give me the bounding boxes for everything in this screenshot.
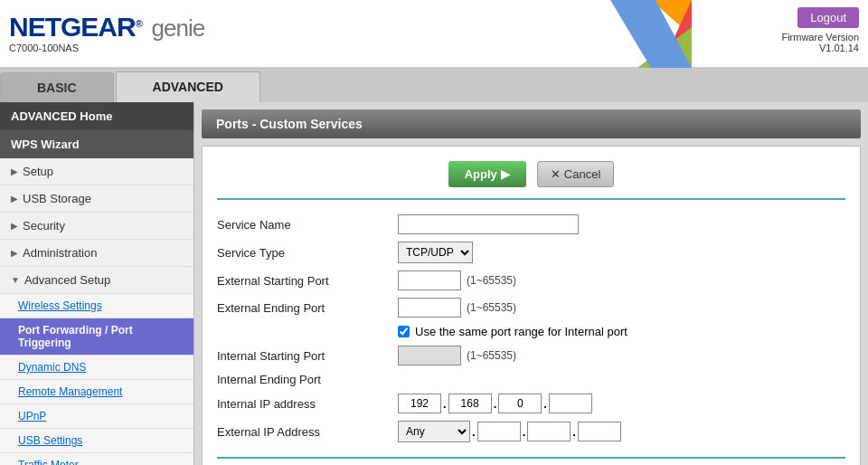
same-port-range-row: Use the same port range for Internal por… bbox=[398, 325, 845, 338]
tab-advanced[interactable]: ADVANCED bbox=[116, 71, 260, 102]
sidebar-item-upnp[interactable]: UPnP bbox=[0, 404, 193, 429]
advanced-setup-label: Advanced Setup bbox=[24, 273, 110, 287]
sidebar-item-usb-settings[interactable]: USB Settings bbox=[0, 429, 193, 453]
service-type-label: Service Type bbox=[217, 246, 398, 260]
service-type-select[interactable]: TCP/UDP TCP UDP bbox=[398, 242, 473, 263]
int-ip-field-4[interactable] bbox=[549, 394, 592, 413]
brand-name: NETGEAR bbox=[9, 12, 136, 42]
sidebar-item-traffic-meter[interactable]: Traffic Meter bbox=[0, 453, 193, 465]
sidebar-item-administration[interactable]: ▶ Administration bbox=[0, 240, 193, 267]
ip-dot-3: . bbox=[543, 397, 547, 411]
int-starting-port-hint: (1~65535) bbox=[467, 349, 516, 362]
admin-label: Administration bbox=[23, 246, 97, 260]
cancel-label: Cancel bbox=[564, 167, 600, 181]
int-starting-port-row: Internal Starting Port (1~65535) bbox=[217, 346, 845, 365]
int-ending-port-label: Internal Ending Port bbox=[217, 373, 398, 386]
ext-ip-dot-1: . bbox=[472, 425, 476, 439]
apply-label: Apply bbox=[465, 167, 497, 181]
ext-starting-port-row: External Starting Port (1~65535) bbox=[217, 270, 845, 290]
action-bar: Apply ▶ ✕ Cancel bbox=[217, 161, 845, 200]
advanced-setup-arrow: ▼ bbox=[11, 275, 20, 285]
content-body: Apply ▶ ✕ Cancel Service Name Service Ty… bbox=[202, 146, 861, 465]
ext-ip-field-2[interactable] bbox=[527, 422, 571, 441]
ext-ip-label: External IP Address bbox=[217, 425, 398, 439]
genie-label: genie bbox=[152, 14, 205, 42]
sidebar-item-port-forwarding[interactable]: Port Forwarding / Port Triggering bbox=[0, 318, 193, 356]
sidebar-item-advanced-setup[interactable]: ▼ Advanced Setup bbox=[0, 267, 193, 294]
int-ip-label: Internal IP address bbox=[217, 397, 398, 411]
setup-arrow: ▶ bbox=[11, 166, 18, 176]
usb-storage-arrow: ▶ bbox=[11, 194, 18, 204]
int-ip-field-3[interactable] bbox=[498, 394, 542, 413]
ext-ending-port-hint: (1~65535) bbox=[467, 301, 516, 314]
tab-basic[interactable]: BASIC bbox=[0, 72, 114, 102]
sidebar-item-wps-wizard[interactable]: WPS Wizard bbox=[0, 130, 193, 158]
admin-arrow: ▶ bbox=[11, 248, 18, 258]
same-port-range-label: Use the same port range for Internal por… bbox=[415, 325, 627, 338]
cancel-button[interactable]: ✕ Cancel bbox=[537, 161, 614, 187]
tab-bar: BASIC ADVANCED bbox=[0, 68, 868, 102]
header: NETGEAR® genie C7000-100NAS Logout Firmw… bbox=[0, 0, 868, 68]
ext-ip-fields: Any . . . bbox=[398, 421, 621, 442]
ext-starting-port-label: External Starting Port bbox=[217, 274, 398, 288]
cancel-icon: ✕ bbox=[551, 167, 561, 181]
int-starting-port-label: Internal Starting Port bbox=[217, 349, 398, 363]
service-name-input[interactable] bbox=[398, 214, 579, 234]
sidebar-item-dynamic-dns[interactable]: Dynamic DNS bbox=[0, 356, 193, 380]
model-number: C7000-100NAS bbox=[9, 43, 204, 53]
int-ip-fields: . . . bbox=[398, 394, 592, 413]
sidebar-item-usb-storage[interactable]: ▶ USB Storage bbox=[0, 185, 193, 213]
ext-ending-port-row: External Ending Port (1~65535) bbox=[217, 298, 845, 318]
sidebar: ADVANCED Home WPS Wizard ▶ Setup ▶ USB S… bbox=[0, 102, 194, 465]
int-ending-port-row: Internal Ending Port bbox=[217, 373, 845, 386]
ip-dot-2: . bbox=[494, 397, 497, 411]
content-area: Ports - Custom Services Apply ▶ ✕ Cancel… bbox=[194, 102, 868, 465]
sidebar-item-security[interactable]: ▶ Security bbox=[0, 213, 193, 240]
ext-ip-dot-2: . bbox=[523, 425, 526, 439]
main-layout: ADVANCED Home WPS Wizard ▶ Setup ▶ USB S… bbox=[0, 102, 868, 465]
apply-arrow-icon: ▶ bbox=[501, 167, 510, 181]
sidebar-item-setup[interactable]: ▶ Setup bbox=[0, 158, 193, 185]
logo-area: NETGEAR® genie C7000-100NAS bbox=[9, 14, 204, 53]
ext-ip-row: External IP Address Any . . . bbox=[217, 421, 845, 442]
usb-storage-label: USB Storage bbox=[23, 192, 91, 205]
ext-ip-select[interactable]: Any bbox=[398, 421, 470, 442]
header-right: Logout Firmware Version V1.01.14 bbox=[781, 7, 859, 53]
int-ip-field-2[interactable] bbox=[448, 394, 492, 413]
security-arrow: ▶ bbox=[11, 221, 18, 231]
int-starting-port-input[interactable] bbox=[398, 346, 461, 365]
ip-dot-1: . bbox=[443, 397, 447, 411]
apply-button[interactable]: Apply ▶ bbox=[448, 161, 526, 187]
service-name-label: Service Name bbox=[217, 218, 398, 232]
bottom-divider bbox=[217, 457, 845, 459]
int-ip-row: Internal IP address . . . bbox=[217, 394, 845, 413]
ext-starting-port-hint: (1~65535) bbox=[467, 274, 516, 287]
ext-ip-dot-3: . bbox=[572, 425, 576, 439]
logout-button[interactable]: Logout bbox=[797, 7, 859, 28]
security-label: Security bbox=[23, 219, 65, 232]
ext-ip-field-1[interactable] bbox=[477, 422, 521, 441]
same-port-range-checkbox[interactable] bbox=[398, 326, 410, 337]
sidebar-item-wireless-settings[interactable]: Wireless Settings bbox=[0, 294, 193, 318]
setup-label: Setup bbox=[23, 165, 53, 178]
firmware-info: Firmware Version V1.01.14 bbox=[781, 32, 859, 53]
sidebar-item-remote-management[interactable]: Remote Management bbox=[0, 380, 193, 404]
page-title: Ports - Custom Services bbox=[202, 109, 861, 138]
ext-ip-field-3[interactable] bbox=[578, 422, 621, 441]
service-name-row: Service Name bbox=[217, 214, 845, 234]
logo-netgear: NETGEAR® genie bbox=[9, 14, 204, 41]
logo-decoration bbox=[610, 0, 692, 68]
service-type-row: Service Type TCP/UDP TCP UDP bbox=[217, 242, 845, 263]
sidebar-item-advanced-home[interactable]: ADVANCED Home bbox=[0, 102, 193, 130]
ext-ending-port-label: External Ending Port bbox=[217, 301, 398, 315]
int-ip-field-1[interactable] bbox=[398, 394, 441, 413]
ext-starting-port-input[interactable] bbox=[398, 270, 461, 290]
reg-symbol: ® bbox=[136, 18, 142, 29]
ext-ending-port-input[interactable] bbox=[398, 298, 461, 318]
